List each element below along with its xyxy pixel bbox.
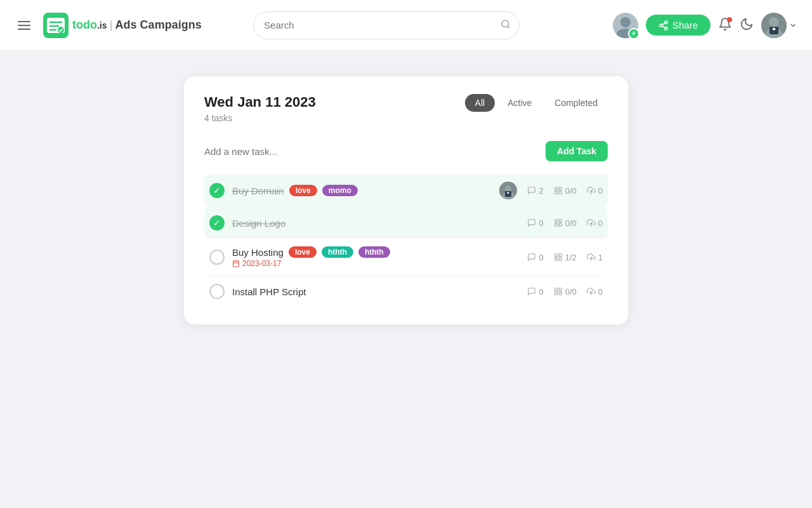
- upload-icon: [587, 218, 596, 227]
- svg-rect-46: [559, 288, 561, 291]
- task-content-4: Install PHP Script: [232, 286, 520, 297]
- header: todo.is|Ads Campaigns +: [0, 0, 812, 51]
- add-task-input[interactable]: [204, 146, 546, 157]
- subtask-icon: [554, 218, 563, 227]
- task-title-row-1: Buy Domain love momo: [232, 185, 492, 196]
- upload-icon: [587, 287, 596, 296]
- notifications-button[interactable]: [718, 17, 732, 34]
- comment-icon: [527, 186, 536, 195]
- search-icon: [501, 19, 511, 32]
- task-comments-3: 0: [527, 253, 543, 262]
- calendar-icon: [232, 260, 240, 267]
- svg-rect-27: [559, 187, 561, 190]
- svg-rect-47: [559, 292, 561, 295]
- subtask-icon: [554, 186, 563, 195]
- filter-all-tab[interactable]: All: [465, 94, 495, 112]
- task-content-2: Design Logo: [232, 218, 520, 229]
- search-bar: [253, 11, 520, 39]
- task-comments-4: 0: [527, 287, 543, 297]
- svg-rect-32: [559, 220, 561, 222]
- task-checkbox-3[interactable]: [209, 250, 225, 265]
- card-header: Wed Jan 11 2023 4 tasks All Active Compl…: [204, 94, 608, 123]
- comment-icon: [527, 287, 536, 296]
- dark-mode-toggle[interactable]: [740, 17, 754, 34]
- svg-rect-31: [554, 220, 557, 222]
- tag-love-1: love: [289, 185, 317, 196]
- task-meta-4: 0 0/0 0: [527, 287, 603, 297]
- svg-point-9: [620, 17, 631, 27]
- task-title-1: Buy Domain: [232, 185, 284, 196]
- add-task-button[interactable]: Add Task: [546, 141, 608, 161]
- logo-text: todo.is|Ads Campaigns: [72, 18, 202, 32]
- svg-rect-48: [554, 292, 557, 295]
- main-content: Wed Jan 11 2023 4 tasks All Active Compl…: [0, 51, 812, 350]
- task-subtasks-2: 0/0: [554, 218, 577, 228]
- svg-rect-28: [559, 191, 561, 194]
- tag-hthth-3a: hthth: [322, 246, 353, 258]
- header-actions: + Share: [613, 13, 797, 38]
- svg-rect-40: [554, 254, 557, 257]
- subtask-icon: [554, 253, 563, 262]
- task-checkbox-1[interactable]: ✓: [209, 183, 225, 198]
- task-card: Wed Jan 11 2023 4 tasks All Active Compl…: [184, 76, 628, 324]
- svg-rect-45: [554, 288, 557, 291]
- svg-rect-42: [559, 258, 561, 260]
- share-icon: [658, 20, 669, 30]
- moon-icon: [740, 17, 754, 31]
- svg-rect-29: [554, 191, 557, 194]
- svg-line-14: [662, 26, 665, 28]
- task-count: 4 tasks: [204, 113, 316, 123]
- task-title-row-4: Install PHP Script: [232, 286, 520, 297]
- logo-area: todo.is|Ads Campaigns: [43, 13, 202, 38]
- task-checkbox-2[interactable]: ✓: [209, 215, 225, 231]
- task-item: Install PHP Script 0 0/0: [204, 276, 608, 307]
- plus-icon: +: [628, 28, 639, 39]
- task-content-3: Buy Hosting love hthth hthth 2023-03-17: [232, 246, 520, 268]
- task-meta-2: 0 0/0 0: [527, 218, 603, 228]
- task-subtasks-3: 1/2: [554, 253, 577, 262]
- search-input[interactable]: [253, 11, 520, 39]
- task-item: Buy Hosting love hthth hthth 2023-03-17: [204, 239, 608, 276]
- filter-active-tab[interactable]: Active: [497, 94, 542, 112]
- upload-icon: [587, 253, 596, 262]
- task-avatar-1: [499, 182, 517, 199]
- hamburger-menu[interactable]: [15, 18, 33, 32]
- card-title-area: Wed Jan 11 2023 4 tasks: [204, 94, 316, 123]
- filter-tabs: All Active Completed: [465, 94, 608, 112]
- tag-love-3: love: [289, 246, 317, 258]
- svg-point-22: [505, 185, 511, 192]
- chevron-down-icon: [789, 22, 797, 29]
- task-meta-3: 0 1/2 1: [527, 253, 603, 262]
- svg-line-7: [508, 26, 509, 28]
- task-title-4: Install PHP Script: [232, 286, 306, 297]
- task-title-2: Design Logo: [232, 218, 285, 229]
- svg-rect-41: [559, 254, 561, 257]
- comment-icon: [527, 253, 536, 262]
- share-button[interactable]: Share: [646, 15, 710, 36]
- svg-rect-34: [554, 224, 557, 226]
- task-subtasks-1: 0/0: [554, 186, 577, 196]
- tag-hthth-3b: hthth: [358, 246, 390, 258]
- card-date: Wed Jan 11 2023: [204, 94, 316, 110]
- svg-rect-36: [233, 261, 239, 267]
- filter-completed-tab[interactable]: Completed: [544, 94, 608, 112]
- task-meta-1: 2 0/0 0: [499, 182, 603, 199]
- notification-badge: [727, 17, 732, 22]
- user-menu[interactable]: [761, 13, 797, 38]
- task-uploads-2: 0: [587, 218, 603, 228]
- avatar: [761, 13, 787, 38]
- task-checkbox-4[interactable]: [209, 284, 225, 299]
- task-subtasks-4: 0/0: [554, 287, 577, 297]
- task-uploads-4: 0: [587, 287, 603, 297]
- add-user-button[interactable]: +: [613, 13, 638, 38]
- svg-rect-26: [554, 187, 557, 190]
- task-title-row-2: Design Logo: [232, 218, 520, 229]
- comment-icon: [527, 218, 536, 227]
- upload-icon: [587, 186, 596, 195]
- task-title-3: Buy Hosting: [232, 247, 284, 258]
- svg-rect-43: [554, 258, 557, 260]
- task-content-1: Buy Domain love momo: [232, 185, 492, 196]
- svg-line-15: [662, 23, 665, 25]
- subtask-icon: [554, 287, 563, 296]
- task-date-3: 2023-03-17: [232, 259, 520, 268]
